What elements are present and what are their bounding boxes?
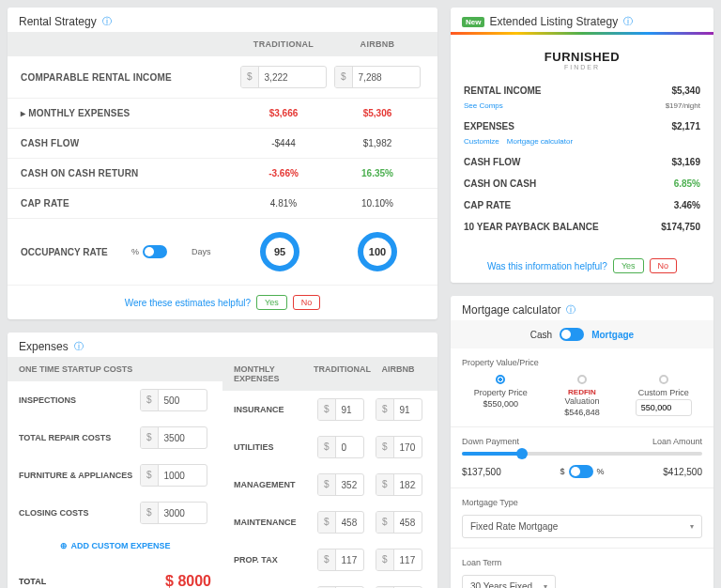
yes-button[interactable]: Yes <box>256 295 287 310</box>
expenses-title: Expenses <box>19 340 69 353</box>
ext-cap-k: CAP RATE <box>464 200 511 210</box>
coc-label: CASH ON CASH RETURN <box>21 168 237 178</box>
monthly-row: PROP. TAX $ $ <box>222 541 437 579</box>
dp-unit-toggle[interactable] <box>569 465 593 478</box>
monthly-trad-input[interactable]: $ <box>317 398 364 421</box>
startup-label: CLOSING COSTS <box>19 508 136 518</box>
cap-label: CAP RATE <box>21 198 237 209</box>
rental-title: Rental Strategy <box>19 15 97 28</box>
type-label: Mortgage Type <box>462 498 702 507</box>
occupancy-unit-toggle[interactable] <box>143 245 167 258</box>
ext-cf-v: $3,169 <box>671 157 700 167</box>
yes-button[interactable]: Yes <box>613 258 644 273</box>
new-badge: New <box>462 17 484 27</box>
price-label: Property Value/Price <box>462 358 702 367</box>
monthly-trad-input[interactable]: $ <box>317 473 364 496</box>
monthly-expenses-label[interactable]: ▸ MONTHLY EXPENSES <box>21 108 237 118</box>
monthly-row: INSURANCE $ $ <box>222 391 437 428</box>
customize-link[interactable]: Customize <box>464 137 499 146</box>
nightly-rate: $197/night <box>666 101 700 110</box>
price-opt-custom[interactable]: Custom Price <box>624 375 702 417</box>
dp-val: $137,500 <box>462 467 501 477</box>
tab-mortgage[interactable]: Mortgage <box>591 330 634 340</box>
dp-label: Down Payment <box>462 437 519 446</box>
tab-cash[interactable]: Cash <box>530 330 552 340</box>
monthly-row: UTILITIES $ $ <box>222 428 437 466</box>
term-label: Loan Term <box>462 558 702 567</box>
info-icon[interactable]: ⓘ <box>73 341 84 352</box>
cap-trad: 4.81% <box>237 198 330 209</box>
startup-input[interactable]: $ <box>140 389 207 411</box>
startup-head: ONE TIME STARTUP COSTS <box>8 357 222 381</box>
pct-label: % <box>131 247 139 256</box>
coc-airb: 16.35% <box>330 168 424 178</box>
no-button[interactable]: No <box>650 258 678 273</box>
add-custom-startup[interactable]: ⊕ ADD CUSTOM EXPENSE <box>8 532 222 560</box>
startup-label: TOTAL REPAIR COSTS <box>19 433 136 442</box>
monthly-trad-input[interactable]: $ <box>317 549 364 571</box>
monthly-label: PROP. TAX <box>234 555 310 565</box>
monthly-airb: $5,306 <box>330 108 424 118</box>
startup-label: FURNITURE & APPLIANCES <box>19 471 136 480</box>
expenses-card: Expenses ⓘ ONE TIME STARTUP COSTS INSPEC… <box>8 333 437 588</box>
down-payment-slider[interactable] <box>462 452 702 456</box>
monthly-row: MANAGEMENT $ $ <box>222 466 437 503</box>
price-opt-property[interactable]: Property Price $550,000 <box>462 375 540 417</box>
cashflow-airb: $1,982 <box>330 138 424 148</box>
loan-term-select[interactable]: 30 Years Fixed▾ <box>462 575 556 588</box>
info-icon[interactable]: ⓘ <box>622 16 634 27</box>
feedback-q: Was this information helpful? <box>487 261 607 271</box>
mortgage-card: Mortgage calculator ⓘ Cash Mortgage Prop… <box>451 296 713 588</box>
startup-row: TOTAL REPAIR COSTS $ <box>8 419 222 456</box>
no-button[interactable]: No <box>293 295 321 310</box>
monthly-trad-input[interactable]: $ <box>317 436 364 458</box>
info-icon[interactable]: ⓘ <box>565 304 576 316</box>
occ-trad-donut[interactable]: 95 <box>260 232 299 271</box>
startup-row: FURNITURE & APPLIANCES $ <box>8 456 222 494</box>
startup-input[interactable]: $ <box>140 502 207 524</box>
monthly-column: MONTHLY EXPENSES TRADITIONAL AIRBNB INSU… <box>222 357 437 588</box>
radio-icon[interactable] <box>659 375 668 384</box>
startup-input[interactable]: $ <box>140 426 207 449</box>
info-icon[interactable]: ⓘ <box>101 16 113 27</box>
radio-icon[interactable] <box>496 375 505 384</box>
income-trad-input[interactable]: $ <box>240 66 327 88</box>
mortgage-calc-link[interactable]: Mortgage calculator <box>507 137 573 146</box>
comparable-income-label: COMPARABLE RENTAL INCOME <box>21 72 237 83</box>
monthly-label: UTILITIES <box>234 442 310 452</box>
startup-row: CLOSING COSTS $ <box>8 494 222 532</box>
total-startup-label: TOTAL <box>19 577 46 586</box>
monthly-trad-input[interactable]: $ <box>317 511 364 534</box>
ext-payback-k: 10 YEAR PAYBACK BALANCE <box>464 222 599 232</box>
monthly-label: INSURANCE <box>234 405 310 414</box>
rental-strategy-card: Rental Strategy ⓘ TRADITIONAL AIRBNB COM… <box>8 8 437 319</box>
chevron-down-icon: ▾ <box>544 582 547 588</box>
custom-price-input[interactable] <box>636 399 692 416</box>
monthly-row: MAINTENANCE $ $ <box>222 503 437 541</box>
cap-airb: 10.10% <box>330 198 424 209</box>
occupancy-label: OCCUPANCY RATE <box>21 247 128 257</box>
price-opt-redfin[interactable]: REDFIN Valuation $546,848 <box>544 375 621 417</box>
monthly-label: MAINTENANCE <box>234 518 310 527</box>
plus-icon: ⊕ <box>60 541 68 550</box>
income-airb-input[interactable]: $ <box>334 66 421 88</box>
startup-label: INSPECTIONS <box>19 395 136 405</box>
days-label: Days <box>192 247 229 256</box>
ext-coc-v: 6.85% <box>674 178 700 189</box>
la-label: Loan Amount <box>652 437 702 446</box>
la-val: $412,500 <box>663 467 702 477</box>
monthly-airb-input[interactable]: $ <box>376 549 422 571</box>
startup-input[interactable]: $ <box>140 464 207 487</box>
mortgage-type-select[interactable]: Fixed Rate Mortgage▾ <box>462 515 702 538</box>
monthly-airb-input[interactable]: $ <box>376 398 422 421</box>
see-comps-link[interactable]: See Comps <box>464 101 503 110</box>
occ-airb-donut[interactable]: 100 <box>358 232 397 271</box>
mortgage-title: Mortgage calculator <box>462 303 560 317</box>
monthly-airb-input[interactable]: $ <box>376 436 422 458</box>
monthly-airb-input[interactable]: $ <box>376 473 422 496</box>
radio-icon[interactable] <box>577 375 587 384</box>
ext-coc-k: CASH ON CASH <box>464 178 536 189</box>
monthly-label: MANAGEMENT <box>234 480 310 489</box>
monthly-airb-input[interactable]: $ <box>376 511 422 534</box>
cash-mortgage-toggle[interactable] <box>560 328 584 341</box>
